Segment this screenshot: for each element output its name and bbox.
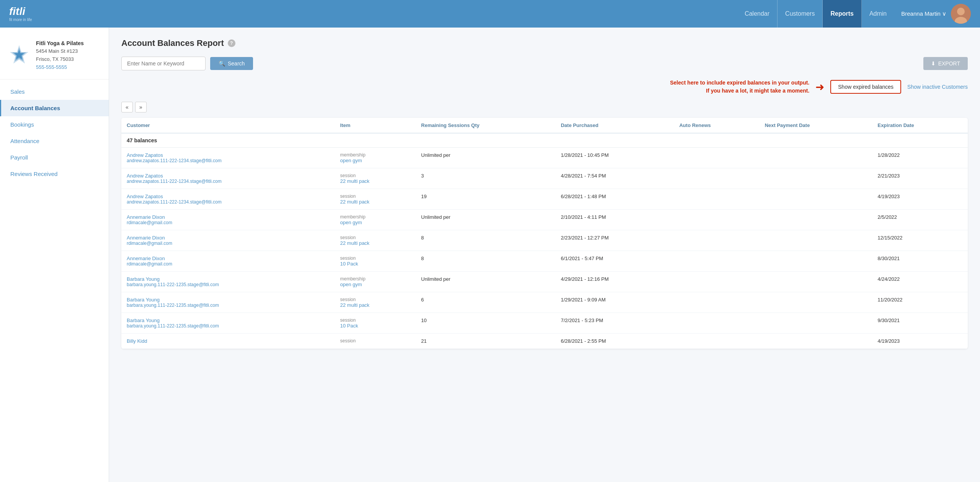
customer-email[interactable]: andrew.zapatos.111-222-1234.stage@fitli.… <box>127 199 330 205</box>
remaining-qty-cell: Unlimited per <box>416 210 555 230</box>
col-item: Item <box>335 118 416 133</box>
item-type: membership <box>340 214 411 220</box>
item-name[interactable]: 22 multi pack <box>340 302 411 308</box>
export-button[interactable]: ⬇ EXPORT <box>923 57 968 70</box>
sidebar-item-reviews-received[interactable]: Reviews Received <box>0 166 109 182</box>
callout-arrow-icon: ➜ <box>815 81 824 93</box>
item-name[interactable]: 22 multi pack <box>340 240 411 246</box>
item-name[interactable]: open gym <box>340 282 411 287</box>
item-type: session <box>340 173 411 178</box>
customer-name[interactable]: Barbara Young <box>127 318 330 323</box>
auto-renews-cell <box>674 168 759 189</box>
table-header-row: Customer Item Remaining Sessions Qty Dat… <box>121 118 968 133</box>
nav-calendar[interactable]: Calendar <box>737 0 777 28</box>
customer-name[interactable]: Andrew Zapatos <box>127 152 330 158</box>
item-name[interactable]: 22 multi pack <box>340 199 411 205</box>
main-content: Account Balances Report ? 🔍 Search ⬇ EXP… <box>109 28 980 482</box>
customer-name[interactable]: Barbara Young <box>127 297 330 303</box>
auto-renews-cell <box>674 313 759 334</box>
customer-cell: Annemarie Dixon rdimacale@gmail.com <box>121 251 335 272</box>
table-row: Andrew Zapatos andrew.zapatos.111-222-12… <box>121 189 968 210</box>
prev-prev-button[interactable]: « <box>121 102 133 112</box>
item-type: session <box>340 297 411 302</box>
next-payment-date-cell <box>760 168 872 189</box>
customer-email[interactable]: andrew.zapatos.111-222-1234.stage@fitli.… <box>127 179 330 184</box>
item-name[interactable]: open gym <box>340 220 411 225</box>
logo-sub: fit more in life <box>9 18 32 22</box>
customer-cell: Andrew Zapatos andrew.zapatos.111-222-12… <box>121 148 335 168</box>
table-row: Billy Kidd session 21 6/28/2021 - 2:55 P… <box>121 334 968 349</box>
customer-name[interactable]: Annemarie Dixon <box>127 235 330 241</box>
col-next-payment-date: Next Payment Date <box>760 118 872 133</box>
customer-email[interactable]: rdimacale@gmail.com <box>127 220 330 225</box>
nav-admin[interactable]: Admin <box>862 0 894 28</box>
expiration-date-cell: 9/30/2021 <box>872 313 968 334</box>
user-name[interactable]: Breanna Martin ∨ <box>901 10 946 17</box>
search-button-label: Search <box>228 60 245 67</box>
customer-email[interactable]: rdimacale@gmail.com <box>127 261 330 267</box>
customer-email[interactable]: rdimacale@gmail.com <box>127 241 330 246</box>
auto-renews-cell <box>674 272 759 292</box>
search-button[interactable]: 🔍 Search <box>210 57 253 70</box>
customer-cell: Andrew Zapatos andrew.zapatos.111-222-12… <box>121 189 335 210</box>
customer-name[interactable]: Andrew Zapatos <box>127 173 330 179</box>
expiration-date-cell: 2/5/2022 <box>872 210 968 230</box>
show-expired-button[interactable]: Show expired balances <box>830 80 901 94</box>
date-purchased-cell: 6/1/2021 - 5:47 PM <box>555 251 674 272</box>
date-purchased-cell: 4/28/2021 - 7:54 PM <box>555 168 674 189</box>
sidebar-item-account-balances[interactable]: Account Balances <box>0 100 109 116</box>
customer-name[interactable]: Andrew Zapatos <box>127 194 330 199</box>
item-name[interactable]: 10 Pack <box>340 323 411 329</box>
customer-name[interactable]: Billy Kidd <box>127 338 330 344</box>
pagination-row: « » <box>121 102 968 112</box>
customer-email[interactable]: barbara.young.111-222-1235.stage@fitli.c… <box>127 303 330 308</box>
user-avatar[interactable] <box>951 4 971 24</box>
item-name[interactable]: 10 Pack <box>340 261 411 267</box>
date-purchased-cell: 7/2/2021 - 5:23 PM <box>555 313 674 334</box>
customer-name[interactable]: Annemarie Dixon <box>127 256 330 261</box>
customer-email[interactable]: andrew.zapatos.111-222-1234.stage@fitli.… <box>127 158 330 163</box>
item-name[interactable]: 22 multi pack <box>340 178 411 184</box>
table-row: Barbara Young barbara.young.111-222-1235… <box>121 272 968 292</box>
sidebar-item-sales[interactable]: Sales <box>0 83 109 100</box>
item-type: session <box>340 194 411 199</box>
search-input[interactable] <box>121 57 206 70</box>
remaining-qty-cell: 10 <box>416 313 555 334</box>
nav-links: Calendar Customers Reports Admin <box>737 0 894 28</box>
show-inactive-link[interactable]: Show inactive Customers <box>907 84 968 90</box>
expiration-date-cell: 4/24/2022 <box>872 272 968 292</box>
prev-button[interactable]: » <box>135 102 147 112</box>
item-name[interactable]: open gym <box>340 158 411 163</box>
expiration-date-cell: 4/19/2023 <box>872 334 968 349</box>
sidebar-item-attendance[interactable]: Attendance <box>0 133 109 149</box>
expiration-date-cell: 12/15/2022 <box>872 230 968 251</box>
help-icon[interactable]: ? <box>228 39 235 47</box>
table-row: Andrew Zapatos andrew.zapatos.111-222-12… <box>121 148 968 168</box>
sidebar-item-bookings[interactable]: Bookings <box>0 116 109 133</box>
page-title-row: Account Balances Report ? <box>121 38 968 48</box>
customer-name[interactable]: Barbara Young <box>127 276 330 282</box>
next-payment-date-cell <box>760 210 872 230</box>
remaining-qty-cell: 8 <box>416 251 555 272</box>
date-purchased-cell: 2/10/2021 - 4:11 PM <box>555 210 674 230</box>
col-remaining-sessions: Remaining Sessions Qty <box>416 118 555 133</box>
nav-reports[interactable]: Reports <box>823 0 861 28</box>
remaining-qty-cell: 8 <box>416 230 555 251</box>
remaining-qty-cell: 21 <box>416 334 555 349</box>
expiration-date-cell: 11/20/2022 <box>872 292 968 313</box>
customer-email[interactable]: barbara.young.111-222-1235.stage@fitli.c… <box>127 282 330 287</box>
customer-email[interactable]: barbara.young.111-222-1235.stage@fitli.c… <box>127 323 330 329</box>
table-row: Annemarie Dixon rdimacale@gmail.com sess… <box>121 251 968 272</box>
search-row: 🔍 Search ⬇ EXPORT <box>121 57 968 70</box>
col-customer: Customer <box>121 118 335 133</box>
nav-customers[interactable]: Customers <box>777 0 823 28</box>
auto-renews-cell <box>674 292 759 313</box>
expiration-date-cell: 8/30/2021 <box>872 251 968 272</box>
customer-name[interactable]: Annemarie Dixon <box>127 214 330 220</box>
item-cell: membership open gym <box>335 210 416 230</box>
date-purchased-cell: 1/29/2021 - 9:09 AM <box>555 292 674 313</box>
sidebar-item-payroll[interactable]: Payroll <box>0 149 109 166</box>
customer-cell: Barbara Young barbara.young.111-222-1235… <box>121 272 335 292</box>
auto-renews-cell <box>674 148 759 168</box>
item-type: membership <box>340 276 411 282</box>
